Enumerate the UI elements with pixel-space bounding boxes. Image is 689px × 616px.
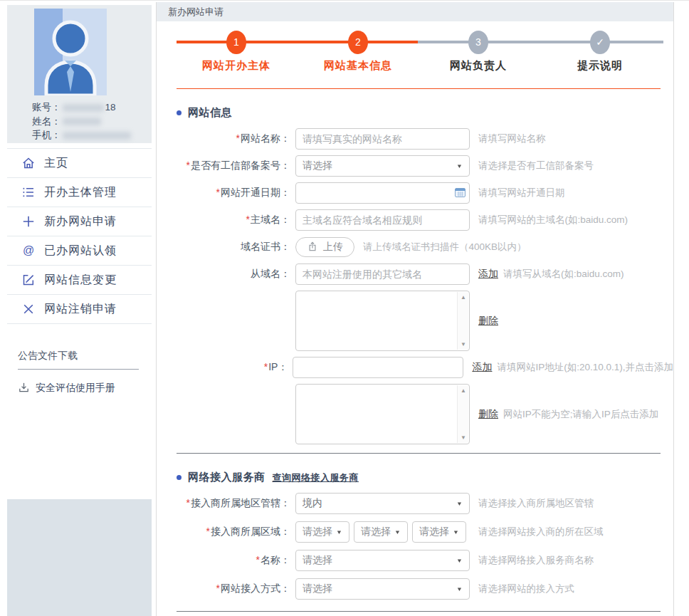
select-value: 请选择 bbox=[361, 526, 391, 538]
step-site-subject[interactable]: 1 网站开办主体 bbox=[194, 31, 279, 73]
chevron-down-icon: ▼ bbox=[456, 558, 463, 564]
scroll-up-icon[interactable]: ▲ bbox=[458, 387, 469, 394]
calendar-icon[interactable] bbox=[455, 187, 466, 201]
home-icon bbox=[21, 156, 36, 170]
field-hint: 请填写网站名称 bbox=[478, 132, 546, 145]
sidebar-item-site-info-change[interactable]: 网站信息变更 bbox=[7, 266, 152, 295]
scroll-up-icon[interactable]: ▲ bbox=[458, 294, 469, 301]
scrollbar[interactable]: ▲ ▼ bbox=[457, 385, 468, 443]
open-date-input[interactable] bbox=[295, 182, 470, 204]
page: 账号：18 姓名： 手机： 主页 开办主体管理 bbox=[0, 0, 689, 616]
list-icon bbox=[21, 185, 36, 199]
icp-select[interactable]: 请选择 ▼ bbox=[295, 155, 470, 177]
query-isp-link[interactable]: 查询网络接入服务商 bbox=[273, 471, 359, 484]
add-sub-domain-link[interactable]: 添加 bbox=[478, 268, 498, 281]
required-mark: * bbox=[206, 526, 210, 537]
form-row-site-name: *网站名称： 请填写网站名称 bbox=[177, 128, 673, 150]
orange-divider bbox=[177, 88, 661, 89]
required-mark: * bbox=[216, 583, 220, 594]
section-bullet bbox=[177, 110, 182, 115]
sidebar-item-security-manual[interactable]: 安全评估使用手册 bbox=[18, 381, 139, 395]
form-row-isp-name: *名称： 请选择 ▼ 请选择网络接入服务商名称 bbox=[177, 550, 673, 571]
section-divider bbox=[177, 453, 661, 454]
section-header-site-info: 网站信息 bbox=[177, 106, 673, 120]
user-panel: 账号：18 姓名： 手机： bbox=[7, 5, 152, 143]
sidebar-item-label: 网站注销申请 bbox=[44, 302, 117, 317]
upload-button[interactable]: 上传 bbox=[295, 237, 354, 257]
step-label: 网站基本信息 bbox=[315, 59, 401, 73]
account-suffix: 18 bbox=[105, 102, 116, 113]
field-hint: 请选择网络接入服务商名称 bbox=[478, 554, 594, 567]
upload-button-label: 上传 bbox=[323, 241, 343, 254]
breadcrumb: 新办网站申请 bbox=[157, 2, 673, 21]
form-row-sub-domain: 从域名： 添加 请填写从域名(如:baidu.com) bbox=[177, 263, 673, 285]
name-label: 姓名： bbox=[32, 116, 61, 127]
field-hint: 请选择是否有工信部备案号 bbox=[478, 160, 594, 172]
close-icon bbox=[21, 302, 36, 316]
sidebar-item-subject-management[interactable]: 开办主体管理 bbox=[7, 178, 152, 207]
ip-list-box[interactable]: ▲ ▼ bbox=[295, 384, 470, 444]
access-mode-select[interactable]: 请选择 ▼ bbox=[295, 578, 470, 600]
scrollbar[interactable]: ▲ ▼ bbox=[457, 292, 468, 350]
delete-sub-domain-link[interactable]: 删除 bbox=[478, 315, 498, 328]
site-name-input[interactable] bbox=[295, 128, 470, 150]
step-site-basic-info[interactable]: 2 网站基本信息 bbox=[315, 31, 401, 73]
required-mark: * bbox=[186, 497, 190, 508]
redacted-account-value bbox=[63, 104, 104, 112]
sidebar-item-new-site-application[interactable]: 新办网站申请 bbox=[7, 207, 152, 236]
form-row-domain-cert: 域名证书： 上传 请上传域名证书扫描件（400KB以内） bbox=[177, 236, 673, 258]
delete-ip-link[interactable]: 删除 bbox=[478, 408, 498, 421]
region-city-select[interactable]: 请选择 ▼ bbox=[354, 521, 408, 543]
isp-name-select[interactable]: 请选择 ▼ bbox=[295, 550, 470, 571]
step-instructions[interactable]: ✓ 提示说明 bbox=[557, 31, 643, 73]
field-hint: 请填网站IP地址(如:20.10.0.1),并点击添加 bbox=[497, 361, 673, 374]
select-value: 请选择 bbox=[303, 554, 332, 567]
sidebar-item-label: 新办网站申请 bbox=[44, 214, 117, 229]
stepper: 1 网站开办主体 2 网站基本信息 3 网站负责人 ✓ 提示说明 bbox=[157, 21, 673, 74]
form-row-access-mode: *网站接入方式： 请选择 ▼ 请选择网站的接入方式 bbox=[177, 578, 673, 600]
chevron-down-icon: ▼ bbox=[456, 163, 463, 169]
field-hint: 请填写从域名(如:baidu.com) bbox=[503, 268, 624, 281]
sidebar-item-claim-site[interactable]: @ 已办网站认领 bbox=[7, 236, 152, 266]
region-district-select[interactable]: 请选择 ▼ bbox=[412, 521, 466, 543]
section-header-isp: 网络接入服务商 查询网络接入服务商 bbox=[177, 471, 673, 484]
field-label: *名称： bbox=[177, 554, 295, 567]
field-label: 从域名： bbox=[177, 268, 295, 281]
field-label: *是否有工信部备案号： bbox=[177, 160, 295, 172]
account-line: 账号：18 bbox=[32, 100, 152, 115]
edit-icon bbox=[21, 273, 36, 287]
field-label: *网站接入方式： bbox=[177, 583, 295, 595]
ip-input[interactable] bbox=[293, 357, 463, 378]
sidebar-item-home[interactable]: 主页 bbox=[7, 149, 152, 178]
sidebar-item-label: 开办主体管理 bbox=[44, 185, 117, 200]
download-icon bbox=[18, 381, 30, 395]
account-label: 账号： bbox=[32, 102, 61, 113]
name-line: 姓名： bbox=[32, 115, 152, 129]
sidebar-item-label: 主页 bbox=[44, 156, 68, 171]
sub-domain-list-box[interactable]: ▲ ▼ bbox=[295, 291, 470, 351]
user-info: 账号：18 姓名： 手机： bbox=[7, 95, 152, 142]
step-site-manager[interactable]: 3 网站负责人 bbox=[436, 31, 521, 73]
main-domain-input[interactable] bbox=[295, 209, 470, 231]
section-title: 网络接入服务商 bbox=[188, 471, 265, 484]
form-row-ip-list: ▲ ▼ 删除 网站IP不能为空;请输入IP后点击添加 bbox=[177, 384, 673, 444]
scroll-down-icon[interactable]: ▼ bbox=[458, 341, 469, 348]
field-hint: 请填写网站开通日期 bbox=[478, 187, 565, 199]
region-province-select[interactable]: 请选择 ▼ bbox=[295, 521, 349, 543]
form-row-sub-domain-list: ▲ ▼ 删除 bbox=[177, 291, 673, 351]
form-row-open-date: *网站开通日期： 请填写网站开通日期 bbox=[177, 182, 673, 204]
step-label: 提示说明 bbox=[557, 59, 643, 73]
scroll-down-icon[interactable]: ▼ bbox=[458, 434, 469, 441]
field-hint: 请选择网站接入商的所在区域 bbox=[478, 526, 604, 538]
jurisdiction-select[interactable]: 境内 ▼ bbox=[295, 493, 470, 514]
sub-domain-input[interactable] bbox=[295, 263, 470, 285]
select-value: 请选择 bbox=[303, 583, 332, 595]
field-label: *网站名称： bbox=[177, 132, 295, 145]
sidebar-item-site-cancellation[interactable]: 网站注销申请 bbox=[7, 295, 152, 324]
section-title: 网站信息 bbox=[188, 106, 232, 120]
step-circle-check: ✓ bbox=[590, 31, 610, 54]
select-value: 境内 bbox=[303, 497, 322, 510]
field-hint: 请选择网站的接入方式 bbox=[478, 583, 574, 595]
add-ip-link[interactable]: 添加 bbox=[472, 361, 492, 374]
required-mark: * bbox=[246, 214, 250, 225]
